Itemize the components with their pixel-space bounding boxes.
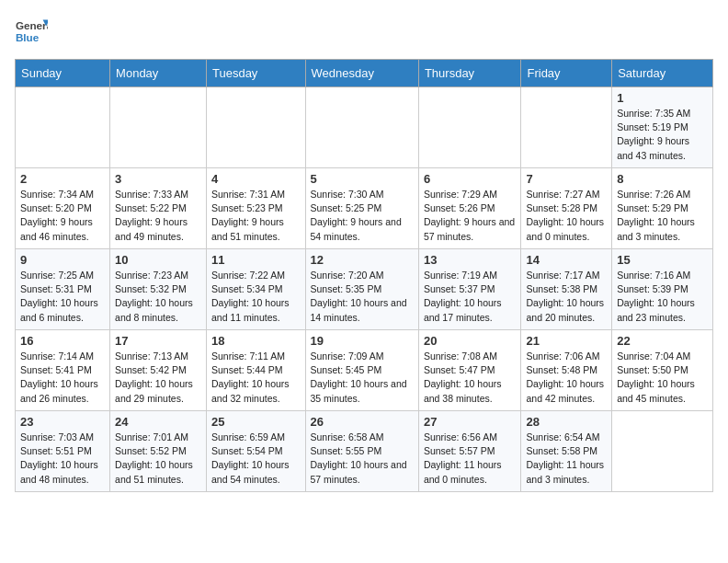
day-number: 5 xyxy=(311,172,414,186)
calendar-cell: 6Sunrise: 7:29 AM Sunset: 5:26 PM Daylig… xyxy=(418,168,521,249)
weekday-header-friday: Friday xyxy=(521,60,612,87)
day-info: Sunrise: 7:04 AM Sunset: 5:50 PM Dayligh… xyxy=(617,350,708,406)
logo-svg: General Blue xyxy=(15,15,48,48)
day-number: 10 xyxy=(115,253,201,267)
day-info: Sunrise: 7:27 AM Sunset: 5:28 PM Dayligh… xyxy=(526,188,607,244)
weekday-header-thursday: Thursday xyxy=(418,60,521,87)
day-info: Sunrise: 7:25 AM Sunset: 5:31 PM Dayligh… xyxy=(20,269,105,325)
weekday-header-saturday: Saturday xyxy=(612,60,713,87)
page-header: General Blue xyxy=(15,15,713,48)
calendar-cell: 12Sunrise: 7:20 AM Sunset: 5:35 PM Dayli… xyxy=(305,249,418,330)
calendar-cell xyxy=(305,87,418,168)
day-info: Sunrise: 7:17 AM Sunset: 5:38 PM Dayligh… xyxy=(526,269,607,325)
logo: General Blue xyxy=(15,15,48,48)
day-number: 20 xyxy=(424,334,517,348)
calendar-cell: 5Sunrise: 7:30 AM Sunset: 5:25 PM Daylig… xyxy=(305,168,418,249)
calendar-cell: 21Sunrise: 7:06 AM Sunset: 5:48 PM Dayli… xyxy=(521,330,612,411)
day-info: Sunrise: 7:11 AM Sunset: 5:44 PM Dayligh… xyxy=(211,350,301,406)
day-info: Sunrise: 6:56 AM Sunset: 5:57 PM Dayligh… xyxy=(424,431,517,487)
calendar-cell: 10Sunrise: 7:23 AM Sunset: 5:32 PM Dayli… xyxy=(110,249,207,330)
day-info: Sunrise: 7:22 AM Sunset: 5:34 PM Dayligh… xyxy=(211,269,301,325)
svg-text:Blue: Blue xyxy=(16,31,40,43)
day-number: 21 xyxy=(526,334,607,348)
weekday-header-sunday: Sunday xyxy=(16,60,110,87)
day-info: Sunrise: 7:13 AM Sunset: 5:42 PM Dayligh… xyxy=(115,350,201,406)
day-number: 17 xyxy=(115,334,201,348)
day-info: Sunrise: 7:06 AM Sunset: 5:48 PM Dayligh… xyxy=(526,350,607,406)
day-info: Sunrise: 7:33 AM Sunset: 5:22 PM Dayligh… xyxy=(115,188,201,244)
day-info: Sunrise: 7:23 AM Sunset: 5:32 PM Dayligh… xyxy=(115,269,201,325)
day-info: Sunrise: 7:03 AM Sunset: 5:51 PM Dayligh… xyxy=(20,431,105,487)
day-number: 24 xyxy=(115,415,201,429)
calendar-cell xyxy=(16,87,110,168)
day-number: 11 xyxy=(211,253,301,267)
day-info: Sunrise: 7:01 AM Sunset: 5:52 PM Dayligh… xyxy=(115,431,201,487)
calendar-cell: 19Sunrise: 7:09 AM Sunset: 5:45 PM Dayli… xyxy=(305,330,418,411)
day-number: 16 xyxy=(20,334,105,348)
calendar-table: SundayMondayTuesdayWednesdayThursdayFrid… xyxy=(15,59,713,492)
calendar-cell xyxy=(418,87,521,168)
day-number: 25 xyxy=(211,415,301,429)
weekday-header-monday: Monday xyxy=(110,60,207,87)
calendar-cell xyxy=(110,87,207,168)
day-info: Sunrise: 7:29 AM Sunset: 5:26 PM Dayligh… xyxy=(424,188,517,244)
calendar-cell: 1Sunrise: 7:35 AM Sunset: 5:19 PM Daylig… xyxy=(612,87,713,168)
calendar-cell: 23Sunrise: 7:03 AM Sunset: 5:51 PM Dayli… xyxy=(16,411,110,492)
weekday-header-tuesday: Tuesday xyxy=(206,60,305,87)
day-info: Sunrise: 7:30 AM Sunset: 5:25 PM Dayligh… xyxy=(311,188,414,244)
calendar-cell xyxy=(521,87,612,168)
day-info: Sunrise: 6:58 AM Sunset: 5:55 PM Dayligh… xyxy=(311,431,414,487)
day-info: Sunrise: 7:14 AM Sunset: 5:41 PM Dayligh… xyxy=(20,350,105,406)
svg-text:General: General xyxy=(16,19,48,31)
day-number: 1 xyxy=(617,91,708,105)
calendar-cell: 11Sunrise: 7:22 AM Sunset: 5:34 PM Dayli… xyxy=(206,249,305,330)
day-info: Sunrise: 7:31 AM Sunset: 5:23 PM Dayligh… xyxy=(211,188,301,244)
day-number: 3 xyxy=(115,172,201,186)
calendar-cell: 7Sunrise: 7:27 AM Sunset: 5:28 PM Daylig… xyxy=(521,168,612,249)
calendar-cell: 18Sunrise: 7:11 AM Sunset: 5:44 PM Dayli… xyxy=(206,330,305,411)
day-info: Sunrise: 7:19 AM Sunset: 5:37 PM Dayligh… xyxy=(424,269,517,325)
day-number: 22 xyxy=(617,334,708,348)
calendar-cell: 2Sunrise: 7:34 AM Sunset: 5:20 PM Daylig… xyxy=(16,168,110,249)
day-number: 15 xyxy=(617,253,708,267)
calendar-cell: 28Sunrise: 6:54 AM Sunset: 5:58 PM Dayli… xyxy=(521,411,612,492)
calendar-cell xyxy=(612,411,713,492)
day-number: 2 xyxy=(20,172,105,186)
calendar-cell: 9Sunrise: 7:25 AM Sunset: 5:31 PM Daylig… xyxy=(16,249,110,330)
calendar-cell: 14Sunrise: 7:17 AM Sunset: 5:38 PM Dayli… xyxy=(521,249,612,330)
calendar-cell: 4Sunrise: 7:31 AM Sunset: 5:23 PM Daylig… xyxy=(206,168,305,249)
day-number: 14 xyxy=(526,253,607,267)
calendar-cell xyxy=(206,87,305,168)
day-number: 9 xyxy=(20,253,105,267)
day-number: 23 xyxy=(20,415,105,429)
day-info: Sunrise: 7:26 AM Sunset: 5:29 PM Dayligh… xyxy=(617,188,708,244)
day-info: Sunrise: 7:16 AM Sunset: 5:39 PM Dayligh… xyxy=(617,269,708,325)
day-number: 13 xyxy=(424,253,517,267)
calendar-cell: 22Sunrise: 7:04 AM Sunset: 5:50 PM Dayli… xyxy=(612,330,713,411)
calendar-cell: 8Sunrise: 7:26 AM Sunset: 5:29 PM Daylig… xyxy=(612,168,713,249)
day-info: Sunrise: 7:34 AM Sunset: 5:20 PM Dayligh… xyxy=(20,188,105,244)
calendar-cell: 26Sunrise: 6:58 AM Sunset: 5:55 PM Dayli… xyxy=(305,411,418,492)
calendar-cell: 17Sunrise: 7:13 AM Sunset: 5:42 PM Dayli… xyxy=(110,330,207,411)
day-number: 18 xyxy=(211,334,301,348)
calendar-cell: 24Sunrise: 7:01 AM Sunset: 5:52 PM Dayli… xyxy=(110,411,207,492)
calendar-cell: 3Sunrise: 7:33 AM Sunset: 5:22 PM Daylig… xyxy=(110,168,207,249)
day-info: Sunrise: 7:08 AM Sunset: 5:47 PM Dayligh… xyxy=(424,350,517,406)
day-info: Sunrise: 6:54 AM Sunset: 5:58 PM Dayligh… xyxy=(526,431,607,487)
day-number: 6 xyxy=(424,172,517,186)
day-info: Sunrise: 7:35 AM Sunset: 5:19 PM Dayligh… xyxy=(617,107,708,163)
calendar-cell: 20Sunrise: 7:08 AM Sunset: 5:47 PM Dayli… xyxy=(418,330,521,411)
calendar-cell: 25Sunrise: 6:59 AM Sunset: 5:54 PM Dayli… xyxy=(206,411,305,492)
day-info: Sunrise: 6:59 AM Sunset: 5:54 PM Dayligh… xyxy=(211,431,301,487)
calendar-cell: 16Sunrise: 7:14 AM Sunset: 5:41 PM Dayli… xyxy=(16,330,110,411)
day-number: 19 xyxy=(311,334,414,348)
calendar-cell: 27Sunrise: 6:56 AM Sunset: 5:57 PM Dayli… xyxy=(418,411,521,492)
calendar-cell: 13Sunrise: 7:19 AM Sunset: 5:37 PM Dayli… xyxy=(418,249,521,330)
day-info: Sunrise: 7:09 AM Sunset: 5:45 PM Dayligh… xyxy=(311,350,414,406)
day-number: 28 xyxy=(526,415,607,429)
logo-wrap: General Blue xyxy=(15,15,48,48)
weekday-header-wednesday: Wednesday xyxy=(305,60,418,87)
day-number: 26 xyxy=(311,415,414,429)
day-info: Sunrise: 7:20 AM Sunset: 5:35 PM Dayligh… xyxy=(311,269,414,325)
day-number: 4 xyxy=(211,172,301,186)
